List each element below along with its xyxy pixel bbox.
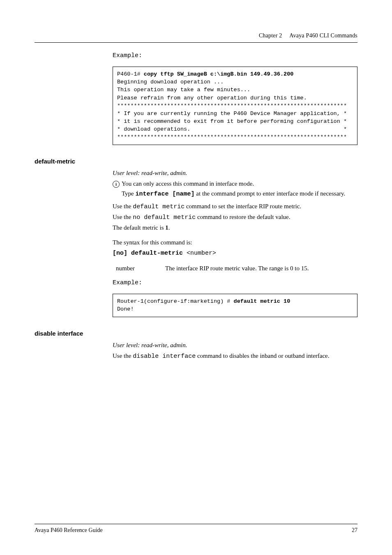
output-line: ****************************************… [117,103,347,109]
syntax-command: [no] default-metric [113,250,183,257]
text: command to set the interface RIP route m… [184,203,301,210]
chapter-title: Avaya P460 CLI Commands [289,32,357,39]
text: command to disables the inband or outban… [196,352,329,359]
paragraph: Use the default metric command to set th… [113,202,357,211]
user-level: User level: read-write, admin. [113,169,357,177]
footer-rule [35,524,357,524]
section-heading-disable-interface: disable interface [35,329,357,338]
output-line: This operation may take a few minutes... [117,87,250,93]
text: Use the [113,214,133,220]
text: Use the [113,352,133,359]
header-rule [35,42,357,43]
text: Type [122,190,136,197]
text: The default metric is [113,224,165,231]
param-name: number [116,264,165,272]
output-line: Done! [117,306,134,312]
info-note: i You can only access this command in in… [113,180,357,200]
running-header: Chapter 2 Avaya P460 CLI Commands [35,32,357,40]
bold-value: 1 [165,224,168,231]
code-block-copy-tftp: P460-1# copy tftp SW_imageB c:\imgB.bin … [113,67,357,145]
footer-doc-title: Avaya P460 Reference Guide [35,527,103,534]
output-line: Please refrain from any other operation … [117,95,307,101]
syntax-line: [no] default-metric <number> [113,249,357,258]
param-desc: The interface RIP route metric value. Th… [165,264,309,272]
text: command to restore the default value. [196,214,290,220]
example-label: Example: [113,279,357,287]
output-line: Beginning download operation ... [117,79,224,85]
text: Use the [113,203,133,210]
inline-code: interface [name] [136,191,195,198]
inline-code: no default metric [133,214,196,221]
syntax-arg: <number> [183,250,216,257]
footer: Avaya P460 Reference Guide 27 [35,524,357,534]
text: at the command prompt to enter interface… [195,190,346,197]
chapter-number: Chapter 2 [259,32,282,39]
example-label: Example: [113,52,357,60]
note-line: You can only access this command in inte… [122,180,345,188]
note-line: Type interface [name] at the command pro… [122,189,345,198]
prompt: Router-1(configure-if:marketing) # [117,298,234,304]
footer-page-number: 27 [352,527,357,534]
command: copy tftp SW_imageB c:\imgB.bin 149.49.3… [144,71,294,77]
output-line: ****************************************… [117,134,347,140]
output-line: * it is recommended to exit from it befo… [117,118,347,124]
command: default metric 10 [234,298,291,304]
code-block-default-metric: Router-1(configure-if:marketing) # defau… [113,294,357,317]
section-heading-default-metric: default-metric [35,157,357,166]
user-level: User level: read-write, admin. [113,341,357,349]
prompt: P460-1# [117,71,144,77]
inline-code: disable interface [133,353,196,360]
syntax-intro: The syntax for this command is: [113,238,357,246]
param-row: number The interface RIP route metric va… [116,264,357,272]
inline-code: default metric [133,203,184,210]
info-icon: i [113,180,122,200]
paragraph: Use the no default metric command to res… [113,213,357,222]
output-line: * If you are currently running the P460 … [117,111,347,117]
paragraph: Use the disable interface command to dis… [113,352,357,361]
paragraph: The default metric is 1. [113,223,357,232]
output-line: * download operations. * [117,126,347,132]
text: . [168,224,170,231]
